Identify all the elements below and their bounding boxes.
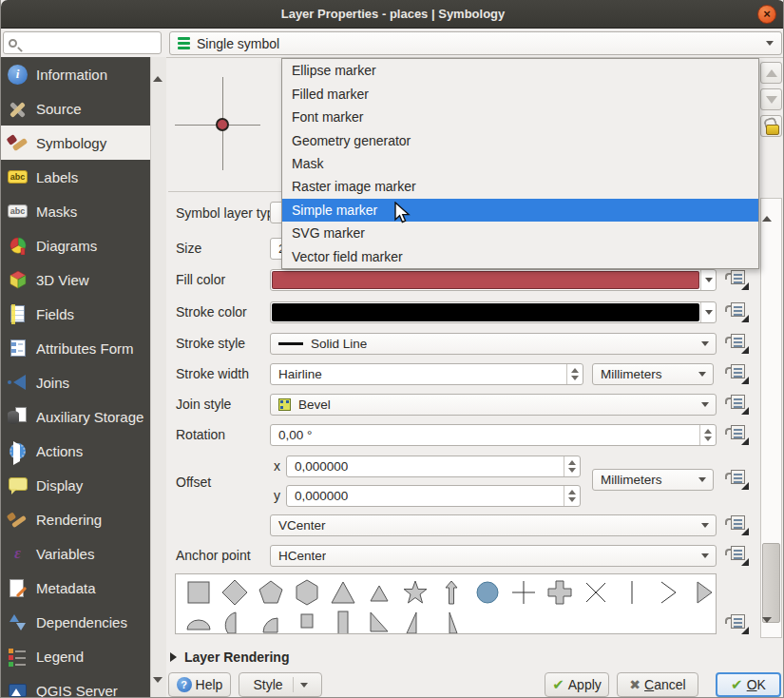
stroke-width-unit-select[interactable]: Millimeters bbox=[592, 363, 714, 385]
main-scrollbar[interactable] bbox=[760, 198, 782, 638]
shape-equilateral-triangle[interactable] bbox=[361, 577, 397, 608]
scrollbar-thumb[interactable] bbox=[762, 543, 780, 623]
shape-left-half-triangle[interactable] bbox=[433, 608, 469, 634]
sidebar-item-actions[interactable]: Actions bbox=[1, 434, 150, 468]
search-input[interactable] bbox=[3, 31, 162, 54]
data-defined-override-icon[interactable] bbox=[725, 395, 750, 415]
shape-star[interactable] bbox=[397, 577, 433, 608]
shape-quarter-circle[interactable] bbox=[253, 608, 289, 634]
sidebar-item-3d-view[interactable]: 3D View bbox=[1, 262, 150, 297]
layer-rendering-expander[interactable]: Layer Rendering bbox=[170, 650, 289, 665]
data-defined-override-icon[interactable] bbox=[725, 302, 750, 322]
sidebar-item-source[interactable]: Source bbox=[1, 91, 150, 126]
sidebar-item-qgis-server[interactable]: QGIS Server bbox=[1, 673, 150, 698]
sidebar-item-diagrams[interactable]: Diagrams bbox=[1, 228, 150, 262]
sidebar-item-labels[interactable]: abc Labels bbox=[1, 160, 150, 194]
apply-button[interactable]: ✔ Apply bbox=[545, 672, 609, 697]
sidebar-item-metadata[interactable]: Metadata bbox=[1, 571, 150, 605]
shape-triangle[interactable] bbox=[325, 577, 361, 608]
offset-y-spinner[interactable] bbox=[564, 486, 580, 506]
anchor-horizontal-select[interactable]: HCenter bbox=[270, 545, 717, 567]
dropdown-option-simple-marker[interactable]: Simple marker bbox=[282, 199, 758, 222]
data-defined-override-icon[interactable] bbox=[725, 614, 750, 634]
rotation-spinner[interactable] bbox=[699, 425, 716, 445]
data-defined-override-icon[interactable] bbox=[725, 515, 750, 535]
sidebar-item-attributes-form[interactable]: Attributes Form bbox=[1, 331, 150, 365]
help-button[interactable]: ? Help bbox=[168, 672, 231, 697]
cancel-button[interactable]: ✖ Cancel bbox=[617, 672, 698, 697]
dropdown-option-font-marker[interactable]: Font marker bbox=[282, 106, 758, 128]
dropdown-option-raster-image-marker[interactable]: Raster image marker bbox=[282, 175, 758, 198]
dropdown-option-ellipse-marker[interactable]: Ellipse marker bbox=[282, 59, 758, 82]
data-defined-override-icon[interactable] bbox=[725, 470, 750, 490]
stroke-width-input[interactable]: Hairline bbox=[270, 363, 583, 385]
shape-right-half-triangle[interactable] bbox=[397, 608, 433, 634]
sidebar-item-auxiliary-storage[interactable]: Auxiliary Storage bbox=[1, 399, 150, 434]
close-icon[interactable]: × bbox=[757, 5, 776, 24]
data-defined-override-icon[interactable] bbox=[725, 546, 750, 566]
shape-quarter-square[interactable] bbox=[289, 608, 325, 634]
shape-filled-arrowhead[interactable] bbox=[686, 577, 717, 608]
data-defined-override-icon[interactable] bbox=[725, 364, 750, 384]
data-defined-override-icon[interactable] bbox=[725, 334, 750, 354]
3d-view-icon bbox=[8, 270, 28, 290]
style-button[interactable]: Style bbox=[239, 672, 322, 697]
lock-colors-button[interactable] bbox=[760, 115, 782, 137]
dropdown-option-vector-field-marker[interactable]: Vector field marker bbox=[282, 245, 758, 268]
join-style-select[interactable]: Bevel bbox=[270, 394, 717, 416]
sidebar-item-display[interactable]: Display bbox=[1, 468, 150, 502]
shape-hexagon[interactable] bbox=[289, 577, 325, 608]
shape-diagonal-half-square[interactable] bbox=[361, 608, 397, 634]
data-defined-override-icon[interactable] bbox=[725, 425, 750, 445]
shape-cross-fill[interactable] bbox=[542, 577, 578, 608]
fill-color-menu-button[interactable] bbox=[700, 270, 716, 290]
shape-semi-circle[interactable] bbox=[181, 608, 217, 634]
stroke-style-select[interactable]: Solid Line bbox=[270, 333, 717, 355]
stroke-color-menu-button[interactable] bbox=[700, 302, 716, 322]
scroll-down-icon[interactable] bbox=[762, 623, 780, 636]
dropdown-option-svg-marker[interactable]: SVG marker bbox=[282, 222, 758, 244]
offset-x-input[interactable]: 0,000000 bbox=[286, 456, 581, 477]
shape-half-square[interactable] bbox=[325, 608, 361, 634]
sidebar-item-symbology[interactable]: Symbology bbox=[1, 126, 150, 160]
shape-pentagon[interactable] bbox=[253, 577, 289, 608]
masks-icon: abc bbox=[8, 204, 29, 218]
sidebar-item-legend[interactable]: Legend bbox=[1, 639, 150, 673]
data-defined-override-icon[interactable] bbox=[725, 270, 750, 290]
ok-button[interactable]: ✔ OK bbox=[716, 672, 781, 697]
dropdown-option-mask[interactable]: Mask bbox=[282, 152, 758, 175]
scroll-up-icon[interactable] bbox=[762, 200, 780, 213]
shape-arrow[interactable] bbox=[433, 577, 469, 608]
sidebar-item-variables[interactable]: ε Variables bbox=[1, 536, 150, 571]
move-layer-up-button[interactable] bbox=[760, 62, 782, 84]
offset-x-spinner[interactable] bbox=[564, 456, 580, 476]
shape-third-circle[interactable] bbox=[217, 608, 253, 634]
shape-diamond[interactable] bbox=[217, 577, 253, 608]
offset-unit-select[interactable]: Millimeters bbox=[592, 469, 714, 491]
sidebar-item-masks[interactable]: abc Masks bbox=[1, 194, 150, 228]
stroke-color-button[interactable] bbox=[270, 301, 717, 323]
shape-line[interactable] bbox=[614, 577, 650, 608]
shape-arrowhead[interactable] bbox=[650, 577, 686, 608]
scroll-up-icon[interactable] bbox=[153, 60, 165, 72]
move-layer-down-button[interactable] bbox=[760, 88, 782, 110]
shape-square[interactable] bbox=[181, 577, 217, 608]
shape-circle-selected[interactable] bbox=[469, 577, 506, 608]
sidebar-item-rendering[interactable]: Rendering bbox=[1, 502, 150, 536]
sidebar-scrollbar[interactable] bbox=[150, 57, 166, 698]
sidebar-item-joins[interactable]: Joins bbox=[1, 365, 150, 399]
shape-cross2[interactable] bbox=[578, 577, 614, 608]
shape-cross[interactable] bbox=[506, 577, 542, 608]
scroll-down-icon[interactable] bbox=[153, 683, 165, 695]
anchor-vertical-select[interactable]: VCenter bbox=[270, 514, 717, 536]
sidebar-item-fields[interactable]: Fields bbox=[1, 297, 150, 331]
sidebar-item-information[interactable]: i Information bbox=[1, 57, 150, 91]
renderer-select[interactable]: Single symbol bbox=[169, 31, 782, 55]
stroke-width-spinner[interactable] bbox=[566, 364, 583, 384]
rotation-input[interactable]: 0,00 ° bbox=[270, 424, 717, 446]
fill-color-button[interactable] bbox=[270, 269, 717, 291]
dropdown-option-filled-marker[interactable]: Filled marker bbox=[282, 82, 758, 105]
offset-y-input[interactable]: 0,000000 bbox=[286, 485, 581, 507]
sidebar-item-dependencies[interactable]: Dependencies bbox=[1, 605, 150, 639]
dropdown-option-geometry-generator[interactable]: Geometry generator bbox=[282, 128, 758, 151]
